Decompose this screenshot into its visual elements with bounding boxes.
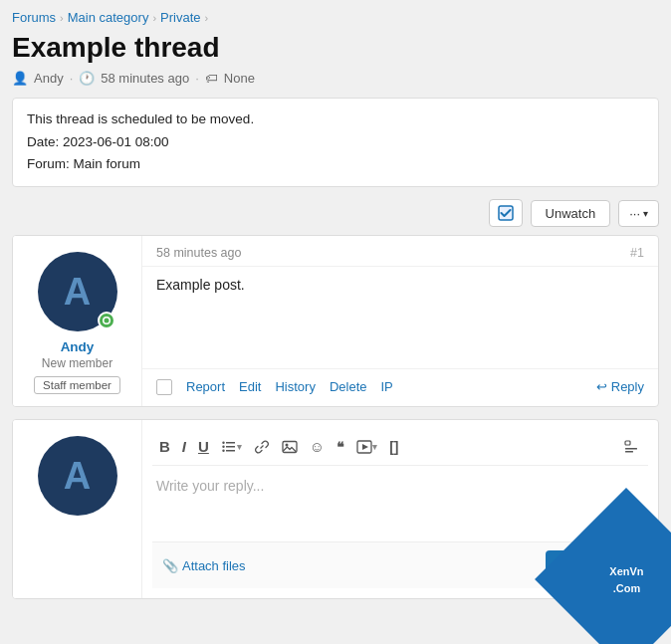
scheduled-line3: Forum: Main forum: [27, 153, 644, 176]
toolbar-expand[interactable]: [618, 435, 644, 459]
svg-marker-12: [362, 444, 368, 450]
more-dots: ···: [629, 206, 640, 221]
history-button[interactable]: History: [269, 377, 321, 396]
clock-icon: 🕐: [79, 71, 95, 86]
post-header: 58 minutes ago #1: [142, 236, 658, 267]
avatar-wrap: A: [38, 252, 117, 331]
page-title: Example thread: [12, 31, 659, 65]
svg-rect-5: [226, 450, 235, 452]
post-author-tag: Staff member: [34, 376, 120, 394]
toolbar-quote[interactable]: ❝: [332, 435, 349, 459]
online-badge: [98, 312, 115, 329]
post-content: Example post.: [142, 267, 658, 368]
svg-rect-3: [226, 442, 235, 444]
editor-area[interactable]: Write your reply...: [152, 472, 648, 541]
svg-point-2: [104, 319, 109, 323]
reply-avatar-letter: A: [64, 455, 91, 498]
post-time: 58 minutes ago: [156, 246, 241, 260]
delete-button[interactable]: Delete: [324, 377, 373, 396]
reply-icon: ↩: [596, 379, 607, 394]
thread-actions: Unwatch ··· ▾: [12, 199, 659, 227]
submit-reply-button[interactable]: ↩ Reply: [546, 550, 638, 580]
thread-meta: 👤 Andy · 🕐 58 minutes ago · 🏷 None: [12, 71, 659, 86]
post-actions: Report Edit History Delete IP ↩ Reply: [142, 368, 658, 406]
toolbar-bold[interactable]: B: [154, 434, 175, 459]
thread-author: Andy: [34, 71, 64, 86]
editor-toolbar: B I U ▾: [152, 430, 648, 466]
chevron-down-icon: ▾: [643, 208, 648, 219]
paperclip-icon: 📎: [162, 558, 178, 573]
scheduled-line2: Date: 2023-06-01 08:00: [27, 131, 644, 154]
svg-point-8: [222, 449, 224, 451]
editor-placeholder: Write your reply...: [156, 478, 264, 494]
post-card: A Andy New member Staff member 58 minute…: [12, 235, 659, 407]
reply-body: B I U ▾: [142, 420, 658, 598]
toolbar-code[interactable]: []: [384, 435, 403, 459]
post-select-checkbox[interactable]: [156, 379, 172, 395]
svg-rect-15: [625, 451, 633, 453]
svg-rect-13: [625, 441, 630, 445]
check-button[interactable]: [489, 199, 523, 227]
reply-sidebar: A: [13, 420, 142, 598]
breadcrumb-sep-1: ›: [60, 12, 64, 24]
page-wrapper: Forums › Main category › Private › Examp…: [0, 0, 671, 615]
scheduled-notice: This thread is scheduled to be moved. Da…: [12, 98, 659, 188]
scheduled-line1: This thread is scheduled to be moved.: [27, 108, 644, 131]
breadcrumb: Forums › Main category › Private ›: [12, 10, 659, 25]
toolbar-list[interactable]: ▾: [216, 435, 247, 459]
breadcrumb-main-category[interactable]: Main category: [68, 10, 149, 25]
toolbar-link[interactable]: [249, 435, 275, 459]
report-button[interactable]: Report: [180, 377, 231, 396]
breadcrumb-private[interactable]: Private: [160, 10, 200, 25]
breadcrumb-sep-3: ›: [205, 12, 209, 24]
inline-reply-button[interactable]: ↩ Reply: [596, 379, 644, 394]
breadcrumb-sep-2: ›: [152, 12, 156, 24]
post-body: 58 minutes ago #1 Example post. Report E…: [142, 236, 658, 406]
attach-label: Attach files: [182, 558, 246, 573]
media-chevron: ▾: [372, 442, 377, 452]
tag-icon: 🏷: [205, 71, 218, 86]
post-sidebar: A Andy New member Staff member: [13, 236, 142, 406]
thread-label: None: [224, 71, 255, 86]
reply-label: Reply: [611, 379, 644, 394]
toolbar-image[interactable]: [277, 435, 303, 459]
edit-button[interactable]: Edit: [233, 377, 267, 396]
list-chevron: ▾: [237, 442, 242, 452]
reply-card: A B I U ▾: [12, 419, 659, 599]
user-icon: 👤: [12, 71, 28, 86]
submit-reply-icon: ↩: [565, 557, 577, 573]
svg-rect-4: [226, 446, 235, 448]
post-author-role: New member: [42, 356, 112, 370]
toolbar-right: [618, 435, 644, 459]
toolbar-emoji[interactable]: ☺: [305, 434, 330, 459]
toolbar-media[interactable]: ▾: [351, 435, 382, 459]
reply-footer: 📎 Attach files ↩ Reply: [152, 541, 648, 588]
thread-time: 58 minutes ago: [101, 71, 189, 86]
svg-point-10: [285, 443, 288, 446]
post-author-name[interactable]: Andy: [61, 339, 95, 354]
toolbar-italic[interactable]: I: [177, 434, 191, 459]
more-button[interactable]: ··· ▾: [618, 200, 659, 227]
svg-point-6: [222, 441, 224, 443]
post-number: #1: [630, 246, 644, 260]
unwatch-button[interactable]: Unwatch: [531, 200, 611, 227]
breadcrumb-forums[interactable]: Forums: [12, 10, 56, 25]
reply-avatar: A: [38, 436, 117, 516]
avatar-letter: A: [64, 271, 91, 314]
submit-reply-label: Reply: [583, 558, 618, 573]
svg-point-7: [222, 445, 224, 447]
svg-rect-14: [625, 448, 637, 450]
attach-files-button[interactable]: 📎 Attach files: [162, 558, 246, 573]
toolbar-underline[interactable]: U: [193, 434, 214, 459]
ip-button[interactable]: IP: [374, 377, 398, 396]
